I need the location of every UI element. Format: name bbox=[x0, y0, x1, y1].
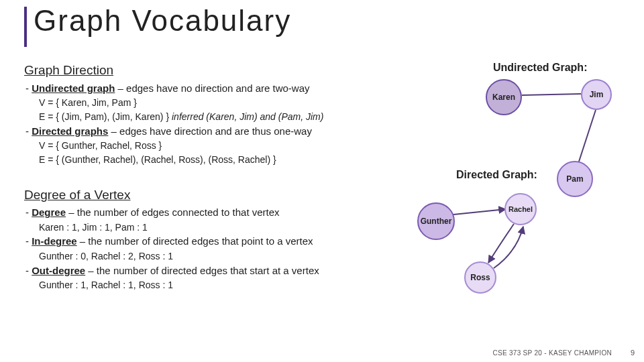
undirected-e-literal: E = { (Jim, Pam), (Jim, Karen) } bbox=[39, 111, 172, 122]
degree-def-row: - Degree – the number of edges connected… bbox=[24, 206, 427, 219]
directed-v-set: V = { Gunther, Rachel, Ross } bbox=[24, 139, 427, 152]
directed-term: Directed graphs bbox=[32, 125, 108, 137]
node-gunther: Gunther bbox=[417, 202, 455, 240]
undirected-def: – edges have no direction and are two-wa… bbox=[115, 82, 309, 94]
directed-def-row: - Directed graphs – edges have direction… bbox=[24, 125, 427, 138]
degree-term: Degree bbox=[32, 206, 66, 218]
outdegree-def-row: - Out-degree – the number of directed ed… bbox=[24, 264, 427, 278]
node-rachel: Rachel bbox=[504, 193, 537, 225]
outdegree-example: Gunther : 1, Rachel : 1, Ross : 1 bbox=[24, 279, 427, 292]
degree-example: Karen : 1, Jim : 1, Pam : 1 bbox=[24, 221, 427, 234]
directed-graph-label: Directed Graph: bbox=[456, 169, 537, 181]
undirected-graph-label: Undirected Graph: bbox=[493, 62, 587, 74]
body-content: Graph Direction - Undirected graph – edg… bbox=[24, 62, 427, 293]
accent-bar bbox=[24, 7, 27, 47]
directed-def: – edges have direction and are thus one-… bbox=[108, 125, 312, 137]
undirected-e-set: E = { (Jim, Pam), (Jim, Karen) } inferre… bbox=[24, 111, 427, 123]
page-number: 9 bbox=[631, 349, 635, 357]
degree-def: – the number of edges connected to that … bbox=[66, 206, 280, 218]
footer-text: CSE 373 SP 20 - KASEY CHAMPION bbox=[492, 349, 612, 357]
undirected-v-set: V = { Karen, Jim, Pam } bbox=[24, 97, 427, 109]
outdegree-def: – the number of directed edges that star… bbox=[85, 265, 319, 276]
svg-line-2 bbox=[453, 209, 506, 215]
section-degree-heading: Degree of a Vertex bbox=[24, 186, 427, 204]
indegree-def: – the number of directed edges that poin… bbox=[77, 235, 313, 247]
undirected-term: Undirected graph bbox=[32, 82, 115, 94]
node-jim: Jim bbox=[581, 79, 612, 110]
directed-e-set: E = { (Gunther, Rachel), (Rachel, Ross),… bbox=[24, 154, 427, 166]
node-karen: Karen bbox=[486, 79, 522, 115]
page-title: Graph Vocabulary bbox=[34, 4, 291, 38]
slide: Graph Vocabulary Graph Direction - Undir… bbox=[0, 0, 644, 362]
indegree-def-row: - In-degree – the number of directed edg… bbox=[24, 235, 427, 248]
undirected-def-row: - Undirected graph – edges have no direc… bbox=[24, 82, 427, 95]
node-pam: Pam bbox=[557, 161, 593, 197]
undirected-e-inferred: inferred (Karen, Jim) and (Pam, Jim) bbox=[172, 111, 323, 122]
section-direction-heading: Graph Direction bbox=[24, 62, 427, 79]
outdegree-term: Out-degree bbox=[32, 265, 85, 276]
svg-line-1 bbox=[578, 110, 596, 164]
node-ross: Ross bbox=[464, 261, 496, 294]
indegree-example: Gunther : 0, Rachel : 2, Ross : 1 bbox=[24, 250, 427, 263]
svg-line-0 bbox=[522, 94, 581, 95]
indegree-term: In-degree bbox=[32, 235, 77, 247]
